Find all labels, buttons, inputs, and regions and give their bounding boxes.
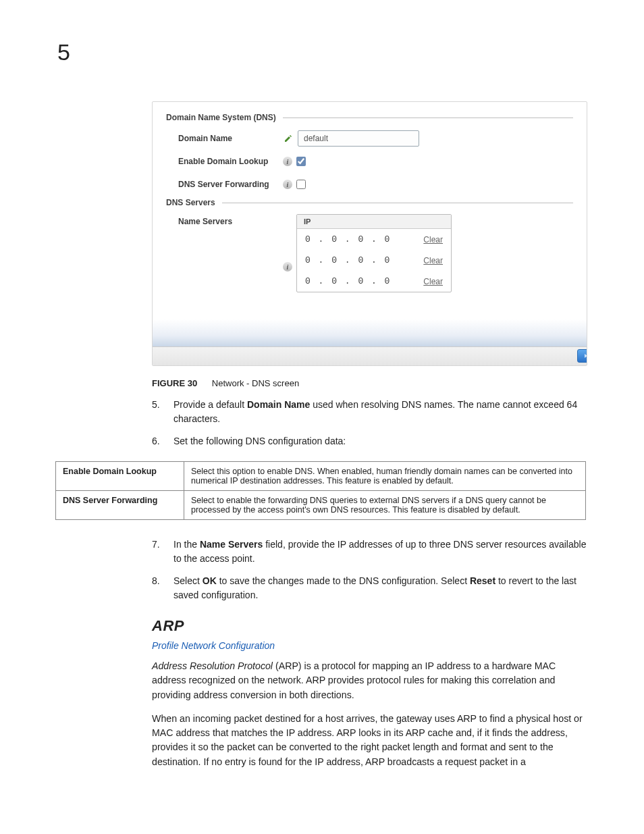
info-icon (283, 262, 292, 271)
clear-link[interactable]: Clear (423, 256, 443, 265)
info-icon (283, 157, 292, 166)
figure-caption: FIGURE 30 Network - DNS screen (152, 378, 587, 388)
clear-link[interactable]: Clear (423, 277, 443, 286)
ok-button[interactable]: O (577, 349, 587, 363)
ip-value: 0 . 0 . 0 . 0 (305, 276, 391, 286)
dns-section-label: Domain Name System (DNS) (166, 113, 276, 122)
name-servers-table: IP 0 . 0 . 0 . 0 Clear 0 . 0 . 0 . 0 Cle… (296, 214, 452, 292)
domain-name-input[interactable] (298, 130, 419, 147)
breadcrumb-link[interactable]: Profile Network Configuration (152, 640, 587, 651)
servers-section-label: DNS Servers (166, 198, 215, 207)
servers-section-header: DNS Servers (166, 198, 573, 207)
table-row-desc: Select this option to enable DNS. When e… (184, 462, 586, 491)
arp-paragraph-1: Address Resolution Protocol (ARP) is a p… (152, 659, 587, 702)
figure-text: Network - DNS screen (212, 378, 299, 388)
ip-value: 0 . 0 . 0 . 0 (305, 234, 391, 244)
figure-label: FIGURE 30 (152, 378, 197, 388)
screenshot-toolbar: O (153, 346, 587, 365)
name-server-row: 0 . 0 . 0 . 0 Clear (297, 271, 451, 292)
name-server-row: 0 . 0 . 0 . 0 Clear (297, 250, 451, 271)
enable-lookup-checkbox[interactable] (296, 157, 306, 166)
arp-heading: ARP (152, 617, 587, 635)
dns-screenshot: Domain Name System (DNS) Domain Name Ena… (152, 101, 587, 366)
dns-config-table: Enable Domain Lookup Select this option … (55, 461, 586, 520)
dns-section-header: Domain Name System (DNS) (166, 113, 573, 122)
table-row-label: Enable Domain Lookup (56, 462, 184, 491)
pencil-icon (283, 133, 294, 144)
clear-link[interactable]: Clear (423, 235, 443, 244)
step-5: 5. Provide a default Domain Name used wh… (152, 398, 587, 426)
domain-name-label: Domain Name (178, 134, 283, 143)
ip-value: 0 . 0 . 0 . 0 (305, 255, 391, 265)
page-number: 5 (57, 39, 70, 66)
forwarding-checkbox[interactable] (296, 180, 306, 189)
arp-paragraph-2: When an incoming packet destined for a h… (152, 712, 587, 769)
forwarding-label: DNS Server Forwarding (178, 180, 283, 189)
step-6: 6. Set the following DNS configuration d… (152, 434, 587, 448)
name-servers-label: Name Servers (178, 214, 283, 226)
enable-lookup-label: Enable Domain Lookup (178, 157, 283, 166)
ip-column-header: IP (297, 215, 451, 229)
name-server-row: 0 . 0 . 0 . 0 Clear (297, 229, 451, 250)
step-7: 7. In the Name Servers field, provide th… (152, 538, 587, 566)
step-8: 8. Select OK to save the changes made to… (152, 574, 587, 602)
table-row-label: DNS Server Forwarding (56, 491, 184, 520)
info-icon (283, 180, 292, 189)
table-row-desc: Select to enable the forwarding DNS quer… (184, 491, 586, 520)
